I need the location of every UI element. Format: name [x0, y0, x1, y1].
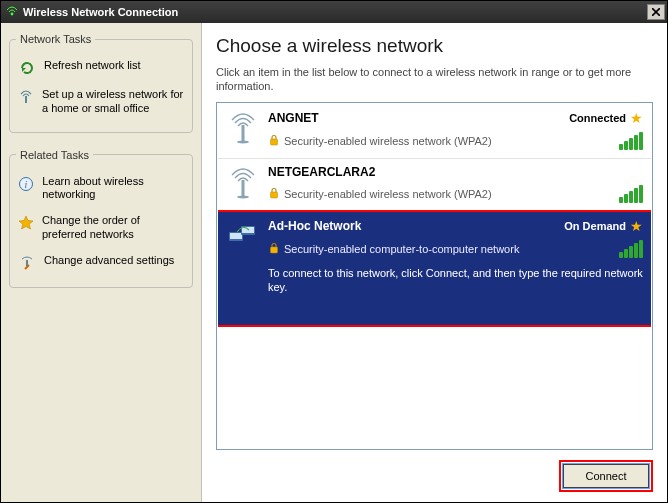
signal-strength-icon: [619, 240, 643, 258]
settings-icon: [18, 254, 36, 271]
network-security-line: Security-enabled wireless network (WPA2): [268, 132, 643, 150]
svg-rect-5: [242, 125, 245, 141]
lock-icon: [268, 242, 280, 256]
antenna-icon: [226, 110, 260, 150]
wifi-icon: [5, 6, 19, 18]
task-label: Refresh network list: [44, 59, 141, 73]
task-label: Change the order of preferred networks: [42, 214, 184, 242]
network-security-text: Security-enabled wireless network (WPA2): [284, 188, 492, 200]
svg-text:i: i: [25, 179, 28, 190]
change-advanced-settings[interactable]: Change advanced settings: [16, 248, 186, 277]
refresh-icon: [18, 59, 36, 76]
connect-button[interactable]: Connect: [563, 464, 649, 488]
network-item[interactable]: Ad-Hoc NetworkOn Demand★Security-enabled…: [218, 212, 651, 326]
svg-rect-8: [242, 180, 245, 196]
refresh-network-list[interactable]: Refresh network list: [16, 53, 186, 82]
network-security-text: Security-enabled computer-to-computer ne…: [284, 243, 519, 255]
title-bar: Wireless Network Connection: [1, 1, 667, 23]
related-tasks-group: Related Tasks i Learn about wireless net…: [9, 149, 193, 288]
star-icon: ★: [630, 110, 643, 126]
network-status: On Demand: [564, 220, 626, 232]
related-tasks-legend: Related Tasks: [16, 149, 93, 161]
network-security-line: Security-enabled wireless network (WPA2): [268, 185, 643, 203]
network-body: ANGNETConnected★Security-enabled wireles…: [268, 110, 643, 150]
signal-strength-icon: [619, 185, 643, 203]
network-body: NETGEARCLARA2Security-enabled wireless n…: [268, 165, 643, 203]
task-label: Set up a wireless network for a home or …: [42, 88, 184, 116]
network-header-row: Ad-Hoc NetworkOn Demand★: [268, 218, 643, 234]
network-security-text: Security-enabled wireless network (WPA2): [284, 135, 492, 147]
svg-rect-12: [230, 233, 242, 239]
network-tasks-legend: Network Tasks: [16, 33, 95, 45]
network-list-scroll[interactable]: ANGNETConnected★Security-enabled wireles…: [218, 104, 651, 448]
svg-rect-15: [271, 247, 278, 253]
antenna-icon: [226, 165, 260, 203]
network-name: NETGEARCLARA2: [268, 165, 643, 179]
star-icon: [18, 214, 34, 231]
task-label: Change advanced settings: [44, 254, 174, 268]
svg-point-6: [237, 140, 249, 143]
star-icon: ★: [630, 218, 643, 234]
network-tasks-group: Network Tasks Refresh network list Set u…: [9, 33, 193, 133]
network-name: Ad-Hoc Network: [268, 219, 564, 233]
sidebar: Network Tasks Refresh network list Set u…: [1, 23, 201, 502]
network-header-row: NETGEARCLARA2: [268, 165, 643, 179]
info-icon: i: [18, 175, 34, 192]
task-label: Learn about wireless networking: [42, 175, 184, 203]
network-name: ANGNET: [268, 111, 569, 125]
instruction-text: Click an item in the list below to conne…: [216, 65, 653, 94]
network-header-row: ANGNETConnected★: [268, 110, 643, 126]
svg-point-0: [11, 13, 14, 16]
close-button[interactable]: [647, 4, 665, 20]
network-body: Ad-Hoc NetworkOn Demand★Security-enabled…: [268, 218, 643, 318]
selection-highlight: Ad-Hoc NetworkOn Demand★Security-enabled…: [218, 210, 651, 328]
footer-bar: Connect: [216, 450, 653, 492]
network-hint: To connect to this network, click Connec…: [268, 266, 643, 318]
main-panel: Choose a wireless network Click an item …: [201, 23, 667, 502]
svg-rect-10: [271, 192, 278, 198]
network-list: ANGNETConnected★Security-enabled wireles…: [216, 102, 653, 450]
learn-wireless-networking[interactable]: i Learn about wireless networking: [16, 169, 186, 209]
network-security-line: Security-enabled computer-to-computer ne…: [268, 240, 643, 258]
connect-highlight: Connect: [559, 460, 653, 492]
setup-wireless-network[interactable]: Set up a wireless network for a home or …: [16, 82, 186, 122]
window-title: Wireless Network Connection: [23, 6, 647, 18]
adhoc-icon: [226, 218, 260, 318]
change-preferred-order[interactable]: Change the order of preferred networks: [16, 208, 186, 248]
content-area: Network Tasks Refresh network list Set u…: [1, 23, 667, 502]
lock-icon: [268, 187, 280, 201]
network-status: Connected: [569, 112, 626, 124]
svg-rect-1: [25, 96, 27, 103]
antenna-icon: [18, 88, 34, 105]
page-heading: Choose a wireless network: [216, 35, 653, 57]
signal-strength-icon: [619, 132, 643, 150]
lock-icon: [268, 134, 280, 148]
network-item[interactable]: ANGNETConnected★Security-enabled wireles…: [218, 104, 651, 159]
svg-point-9: [237, 195, 249, 198]
svg-rect-7: [271, 139, 278, 145]
network-item[interactable]: NETGEARCLARA2Security-enabled wireless n…: [218, 159, 651, 212]
